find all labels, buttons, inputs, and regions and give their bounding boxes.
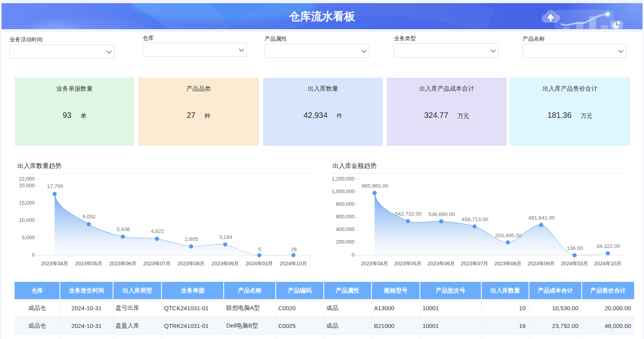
svg-text:1,200,000: 1,200,000 xyxy=(332,176,354,182)
svg-text:2023年07月: 2023年07月 xyxy=(461,261,488,266)
svg-text:2023年09月: 2023年09月 xyxy=(527,261,555,266)
svg-text:4,821: 4,821 xyxy=(151,228,164,234)
svg-text:985,965.00: 985,965.00 xyxy=(362,183,388,189)
svg-text:2023年04月: 2023年04月 xyxy=(361,261,388,266)
svg-text:2024年03月: 2024年03月 xyxy=(246,261,273,266)
svg-text:22,000: 22,000 xyxy=(19,176,35,182)
svg-text:10,000: 10,000 xyxy=(19,217,35,223)
svg-text:136.00: 136.00 xyxy=(567,245,583,251)
svg-text:542,732.00: 542,732.00 xyxy=(395,211,422,217)
svg-text:600,000: 600,000 xyxy=(336,214,354,220)
svg-text:0: 0 xyxy=(32,252,35,258)
svg-text:2024年10月: 2024年10月 xyxy=(594,261,622,266)
svg-text:2024年10月: 2024年10月 xyxy=(280,261,307,266)
svg-text:2023年08月: 2023年08月 xyxy=(494,261,522,266)
svg-text:200,000: 200,000 xyxy=(336,239,354,245)
svg-text:5: 5 xyxy=(258,246,261,252)
svg-text:458,713.00: 458,713.00 xyxy=(462,216,488,222)
svg-text:20,000: 20,000 xyxy=(19,183,35,188)
svg-text:205,495.00: 205,495.00 xyxy=(495,233,522,238)
svg-text:2023年05月: 2023年05月 xyxy=(394,261,421,266)
svg-text:2024年03月: 2024年03月 xyxy=(561,261,588,266)
svg-text:2023年06月: 2023年06月 xyxy=(109,261,136,266)
svg-text:3,194: 3,194 xyxy=(219,234,232,240)
svg-text:2023年05月: 2023年05月 xyxy=(75,261,102,266)
svg-text:26: 26 xyxy=(291,246,297,252)
svg-text:538,690.00: 538,690.00 xyxy=(428,211,455,217)
svg-text:34,322.00: 34,322.00 xyxy=(596,243,620,249)
svg-text:2023年07月: 2023年07月 xyxy=(143,261,171,266)
svg-text:2,605: 2,605 xyxy=(185,236,198,242)
svg-text:15,000: 15,000 xyxy=(19,200,35,206)
svg-text:2023年04月: 2023年04月 xyxy=(41,261,68,266)
svg-text:0: 0 xyxy=(352,252,354,258)
svg-text:481,641.00: 481,641.00 xyxy=(528,215,555,221)
svg-text:1,000,000: 1,000,000 xyxy=(332,188,354,194)
svg-text:2023年08月: 2023年08月 xyxy=(177,261,204,266)
svg-text:5,000: 5,000 xyxy=(22,235,35,240)
svg-text:800,000: 800,000 xyxy=(336,201,354,207)
svg-text:2023年09月: 2023年09月 xyxy=(212,261,239,266)
svg-text:5,436: 5,436 xyxy=(117,226,130,232)
svg-text:9,052: 9,052 xyxy=(82,214,96,220)
svg-text:2023年06月: 2023年06月 xyxy=(428,261,455,266)
svg-text:400,000: 400,000 xyxy=(336,226,354,232)
svg-text:17,795: 17,795 xyxy=(47,183,63,189)
